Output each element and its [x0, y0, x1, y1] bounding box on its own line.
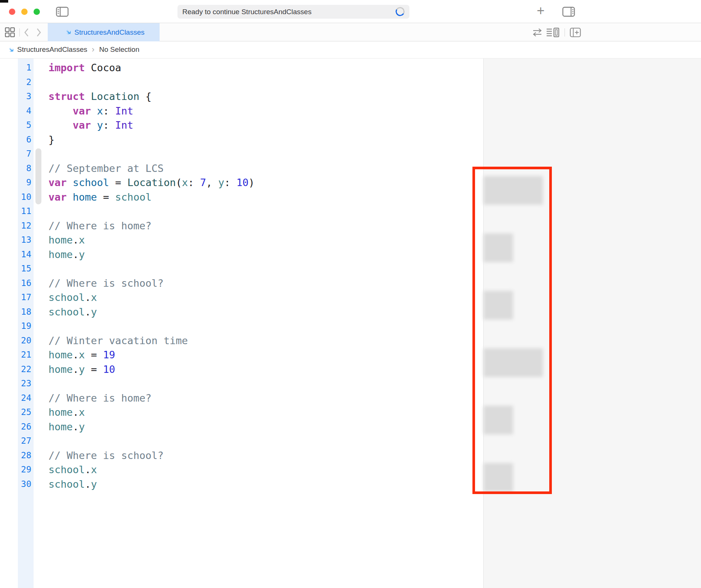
- line-number[interactable]: 14: [18, 247, 31, 262]
- line-number[interactable]: 22: [18, 362, 31, 377]
- code-line[interactable]: var x: Int: [48, 104, 133, 118]
- code-line[interactable]: school.y: [48, 477, 97, 491]
- line-number[interactable]: 17: [18, 290, 31, 305]
- code-line[interactable]: home.x = 19: [48, 348, 115, 362]
- code-line[interactable]: // Where is school?: [48, 448, 164, 463]
- toggle-right-sidebar-icon[interactable]: [562, 7, 575, 17]
- code-token: y: [79, 249, 85, 260]
- code-line[interactable]: school.x: [48, 462, 97, 477]
- line-number[interactable]: 16: [18, 276, 31, 290]
- line-number[interactable]: 24: [18, 391, 31, 405]
- line-number[interactable]: 25: [18, 405, 31, 419]
- code-line[interactable]: home.x: [48, 233, 85, 247]
- line-number[interactable]: 26: [18, 419, 31, 434]
- code-line[interactable]: import Cocoa: [48, 60, 121, 75]
- code-token: .: [73, 421, 79, 433]
- swift-icon: [63, 28, 72, 37]
- code-line[interactable]: home.y: [48, 247, 85, 262]
- code-line[interactable]: var home = school: [48, 190, 151, 204]
- code-token: y: [91, 306, 97, 318]
- line-number[interactable]: 4: [18, 104, 31, 118]
- code-token: school: [48, 478, 85, 490]
- code-token: home: [48, 249, 73, 260]
- code-token: {: [139, 91, 152, 102]
- line-number[interactable]: 10: [18, 190, 31, 204]
- line-number[interactable]: 18: [18, 305, 31, 319]
- code-line[interactable]: }: [48, 132, 54, 147]
- tab-structures-and-classes[interactable]: StructuresAndClasses: [48, 23, 160, 41]
- line-number[interactable]: 1: [18, 60, 31, 75]
- code-line[interactable]: home.y: [48, 419, 85, 434]
- source-editor: 1import Cocoa23struct Location {4 var x:…: [0, 59, 701, 588]
- go-back-icon[interactable]: [24, 28, 29, 37]
- swap-editors-icon[interactable]: [532, 28, 542, 37]
- line-number[interactable]: 21: [18, 348, 31, 362]
- code-token: y: [91, 478, 97, 490]
- code-line[interactable]: school.y: [48, 305, 97, 319]
- activity-spinner-icon: [394, 6, 405, 17]
- code-token: home: [48, 364, 73, 375]
- code-line[interactable]: var y: Int: [48, 118, 133, 132]
- line-number[interactable]: 30: [18, 477, 31, 491]
- code-line[interactable]: school.x: [48, 290, 97, 305]
- code-token: y: [97, 119, 103, 131]
- line-number[interactable]: 3: [18, 89, 31, 104]
- code-token: [67, 191, 73, 203]
- code-token: 19: [103, 349, 115, 361]
- screenshot-artifact: [0, 0, 8, 3]
- zoom-button[interactable]: [34, 9, 40, 15]
- line-number[interactable]: 13: [18, 233, 31, 247]
- line-number[interactable]: 11: [18, 204, 31, 218]
- line-number[interactable]: 2: [18, 75, 31, 89]
- toggle-left-sidebar-icon[interactable]: [56, 7, 69, 17]
- go-forward-icon[interactable]: [36, 28, 41, 37]
- minimize-button[interactable]: [21, 9, 28, 15]
- breadcrumb-selection[interactable]: No Selection: [99, 45, 139, 54]
- new-playground-page-button[interactable]: +: [534, 3, 547, 19]
- line-number[interactable]: 23: [18, 376, 31, 391]
- line-number[interactable]: 20: [18, 333, 31, 348]
- line-number[interactable]: 6: [18, 132, 31, 147]
- editor-options-icon[interactable]: [546, 27, 560, 38]
- code-token: y: [218, 177, 224, 188]
- line-number[interactable]: 12: [18, 218, 31, 233]
- tab-overview-icon[interactable]: [5, 27, 15, 37]
- code-token: Cocoa: [85, 62, 122, 73]
- code-line[interactable]: // Winter vacation time: [48, 333, 188, 348]
- code-line[interactable]: home.y = 10: [48, 362, 115, 377]
- line-number[interactable]: 29: [18, 462, 31, 477]
- code-token: y: [79, 421, 85, 433]
- code-token: .: [85, 292, 91, 303]
- code-token: .: [85, 478, 91, 490]
- code-token: .: [73, 249, 79, 260]
- code-token: .: [73, 364, 79, 375]
- line-number[interactable]: 7: [18, 147, 31, 161]
- code-token: :: [224, 177, 237, 188]
- code-token: Int: [115, 119, 133, 131]
- code-line[interactable]: home.x: [48, 405, 85, 419]
- line-number[interactable]: 9: [18, 175, 31, 190]
- red-highlight-annotation: [472, 167, 552, 494]
- code-token: x: [91, 292, 97, 303]
- line-number[interactable]: 28: [18, 448, 31, 463]
- close-button[interactable]: [9, 9, 15, 15]
- code-token: :: [103, 105, 115, 117]
- code-line[interactable]: // Where is home?: [48, 218, 151, 233]
- code-line[interactable]: // September at LCS: [48, 161, 164, 176]
- line-number[interactable]: 5: [18, 118, 31, 132]
- code-token: [85, 91, 91, 102]
- code-line[interactable]: var school = Location(x: 7, y: 10): [48, 175, 255, 190]
- code-line[interactable]: struct Location {: [48, 89, 151, 104]
- line-number[interactable]: 15: [18, 261, 31, 276]
- add-editor-icon[interactable]: [570, 27, 581, 38]
- code-token: home: [48, 349, 73, 361]
- code-line[interactable]: // Where is school?: [48, 276, 164, 290]
- breadcrumb-file[interactable]: StructuresAndClasses: [17, 45, 87, 54]
- code-token: x: [97, 105, 103, 117]
- line-number[interactable]: 27: [18, 434, 31, 448]
- code-token: // Winter vacation time: [48, 335, 188, 346]
- line-number[interactable]: 8: [18, 161, 31, 176]
- line-number[interactable]: 19: [18, 319, 31, 333]
- code-token: var: [73, 105, 91, 117]
- code-line[interactable]: // Where is home?: [48, 391, 151, 405]
